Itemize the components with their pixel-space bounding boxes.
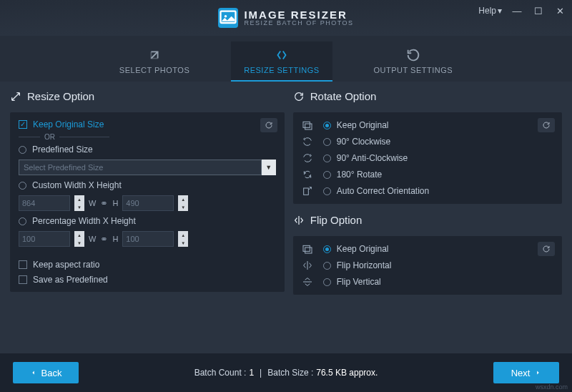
- next-button[interactable]: Next: [493, 362, 559, 383]
- custom-height-input[interactable]: 490: [122, 195, 174, 211]
- link-icon[interactable]: ⚭: [100, 234, 108, 245]
- rotate-auto-radio[interactable]: Auto Correct Orientation: [323, 186, 429, 196]
- minimize-button[interactable]: —: [511, 4, 523, 17]
- custom-size-radio[interactable]: Custom Width X Height: [19, 180, 276, 190]
- predefined-dropdown-button[interactable]: ▼: [262, 160, 276, 175]
- arrow-left-icon: [30, 369, 37, 376]
- flip-vertical-icon: [302, 276, 313, 288]
- percent-height-input[interactable]: 100: [122, 231, 174, 247]
- or-label: OR: [44, 133, 55, 141]
- batch-status: Batch Count :1 | Batch Size :76.5 KB app…: [194, 368, 378, 378]
- resize-icon: [10, 91, 21, 102]
- app-logo: IMAGE RESIZER RESIZE BATCH OF PHOTOS: [218, 8, 353, 28]
- watermark: wsxdn.com: [536, 383, 568, 391]
- back-button[interactable]: Back: [13, 362, 79, 383]
- svg-rect-3: [305, 124, 311, 129]
- rotate-section-title: Rotate Option: [293, 90, 562, 102]
- pheight-spinner[interactable]: ▲▼: [178, 231, 188, 247]
- resize-section-title: Resize Option: [10, 90, 285, 102]
- percentage-size-radio[interactable]: Percentage Width X Height: [19, 216, 276, 226]
- app-tagline: RESIZE BATCH OF PHOTOS: [244, 20, 353, 26]
- keep-original-size-checkbox[interactable]: Keep Original Size: [19, 119, 276, 129]
- svg-rect-5: [303, 245, 310, 251]
- footer: Back Batch Count :1 | Batch Size :76.5 K…: [0, 353, 572, 392]
- pwidth-spinner[interactable]: ▲▼: [74, 231, 84, 247]
- predefined-size-radio[interactable]: Predefined Size: [19, 144, 276, 155]
- flip-keep-original-radio[interactable]: Keep Original: [323, 244, 389, 254]
- flip-section-title: Flip Option: [293, 214, 562, 226]
- app-icon: [218, 8, 238, 28]
- svg-rect-4: [303, 188, 308, 195]
- percent-width-input[interactable]: 100: [19, 231, 70, 247]
- keep-aspect-checkbox[interactable]: Keep aspect ratio: [19, 260, 276, 270]
- svg-rect-6: [305, 248, 311, 253]
- rotate-icon: [293, 91, 305, 102]
- chevron-down-icon: ▾: [498, 6, 502, 16]
- flip-vertical-radio[interactable]: Flip Vertical: [323, 277, 381, 287]
- image-icon: [302, 243, 313, 255]
- rotate-90cw-radio[interactable]: 90° Clockwise: [323, 137, 391, 147]
- svg-point-1: [225, 15, 227, 18]
- custom-width-input[interactable]: 864: [19, 195, 70, 211]
- reset-rotate-button[interactable]: [538, 118, 555, 132]
- flip-panel: Keep Original Flip Horizontal Flip Verti…: [293, 236, 562, 295]
- svg-rect-2: [303, 122, 310, 127]
- predefined-size-select[interactable]: Select Predefined Size: [19, 160, 262, 175]
- auto-orient-icon: [302, 185, 313, 197]
- width-spinner[interactable]: ▲▼: [74, 195, 84, 211]
- maximize-button[interactable]: ☐: [532, 4, 545, 17]
- help-menu[interactable]: Help▾: [478, 6, 502, 16]
- titlebar: IMAGE RESIZER RESIZE BATCH OF PHOTOS Hel…: [0, 0, 572, 36]
- tab-select-photos[interactable]: SELECT PHOTOS: [107, 41, 202, 82]
- link-icon[interactable]: ⚭: [100, 198, 108, 209]
- save-predefined-checkbox[interactable]: Save as Predefined: [19, 275, 276, 285]
- tab-resize-settings[interactable]: RESIZE SETTINGS: [231, 41, 332, 82]
- close-button[interactable]: ✕: [553, 4, 566, 17]
- tab-output-settings[interactable]: OUTPUT SETTINGS: [361, 41, 466, 82]
- resize-panel: Keep Original Size OR Predefined Size Se…: [10, 112, 285, 292]
- reset-resize-button[interactable]: [260, 118, 277, 132]
- rotate-cw-icon: [302, 136, 313, 147]
- reset-flip-button[interactable]: [538, 242, 555, 256]
- arrow-right-icon: [534, 369, 541, 376]
- image-icon: [302, 119, 313, 131]
- rotate-keep-original-radio[interactable]: Keep Original: [323, 120, 389, 130]
- rotate-acw-icon: [302, 152, 313, 164]
- rotate-180-radio[interactable]: 180° Rotate: [323, 170, 383, 180]
- flip-horizontal-icon: [302, 260, 313, 271]
- tabs: SELECT PHOTOS RESIZE SETTINGS OUTPUT SET…: [0, 36, 572, 82]
- flip-icon: [293, 215, 305, 226]
- app-title: IMAGE RESIZER: [244, 9, 353, 20]
- height-spinner[interactable]: ▲▼: [178, 195, 188, 211]
- rotate-90acw-radio[interactable]: 90° Anti-Clockwise: [323, 153, 408, 163]
- rotate-panel: Keep Original 90° Clockwise 90° Anti-Clo…: [293, 112, 562, 204]
- rotate-180-icon: [302, 169, 313, 180]
- flip-horizontal-radio[interactable]: Flip Horizontal: [323, 260, 392, 270]
